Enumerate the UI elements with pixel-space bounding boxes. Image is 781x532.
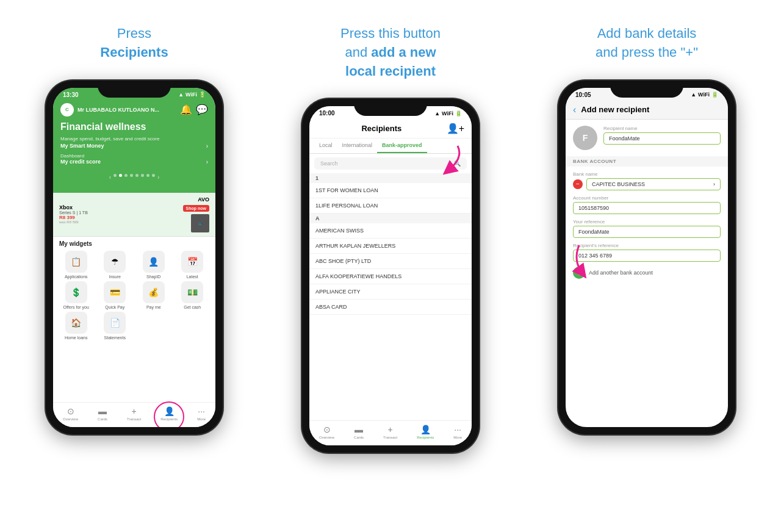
phone-3-screen: 10:05 ▲ WiFi 🔋 ‹ Add new recipient: [566, 88, 728, 427]
bank-select[interactable]: CAPITEC BUSINESS ›: [586, 178, 721, 190]
phone-2-screen: 10:00 ▲ WiFi 🔋 Recipients 👤+ Local Inter…: [309, 106, 472, 445]
tab-international[interactable]: International: [337, 138, 378, 153]
widget-getcash[interactable]: 💵 Get cash: [175, 281, 211, 309]
list-item[interactable]: 1LIFE PERSONAL LOAN: [309, 198, 472, 214]
nav-recipients-2[interactable]: 👤 Recipients: [417, 425, 434, 439]
nav-more-2[interactable]: ··· More: [453, 425, 462, 439]
account-number-field[interactable]: 1051587590: [573, 202, 721, 214]
nav-cards-2[interactable]: ▬ Cards: [354, 425, 364, 439]
screen3-header: ‹ Add new recipient: [566, 101, 728, 120]
list-item[interactable]: APPLIANCE CITY: [309, 284, 472, 300]
capitec-logo: C: [60, 103, 74, 117]
widget-quickpay[interactable]: 💳 Quick Pay: [97, 281, 134, 309]
phone-3: 10:05 ▲ WiFi 🔋 ‹ Add new recipient: [558, 81, 735, 434]
bottom-nav-1: ⊙ Overview ▬ Cards + Transact 👤 Reci: [53, 402, 215, 427]
your-reference-field[interactable]: FoondaMate: [573, 226, 721, 238]
header-icons: 🔔 💬: [180, 104, 208, 115]
bottom-nav-2: ⊙ Overview ▬ Cards + Transact 👤 Recipien…: [309, 420, 472, 445]
step-3: Add bank details and press the "+" 10:05…: [537, 24, 757, 453]
widget-shapid[interactable]: 👤 ShapID: [135, 251, 172, 279]
step-2: Press this button and add a new local re…: [281, 24, 500, 453]
avatar-row: F Recipient name FoondaMate: [573, 126, 721, 150]
widget-insure[interactable]: ☂ Insure: [97, 251, 134, 279]
phone-2: 10:00 ▲ WiFi 🔋 Recipients 👤+ Local Inter…: [302, 99, 479, 453]
remove-bank-button[interactable]: −: [573, 179, 583, 189]
nav-recipients-1[interactable]: 👤 Recipients: [160, 406, 178, 421]
arrow-annotation: [430, 140, 467, 179]
list-item[interactable]: ABC SHOE (PTY) LTD: [309, 254, 472, 269]
nav-more-1[interactable]: ··· More: [197, 406, 206, 421]
widget-offers[interactable]: 💲 Offers for you: [58, 281, 95, 309]
ad-image: 📺: [191, 214, 209, 232]
ad-banner: Xbox Series S | 1 TB R8 399 was R8 599 A…: [53, 193, 215, 237]
bank-row: − CAPITEC BUSINESS ›: [573, 178, 721, 190]
arrow-right-icon-2: ›: [206, 159, 208, 165]
chat-icon[interactable]: 💬: [196, 104, 208, 115]
status-icons-1: ▲ WiFi 🔋: [178, 92, 206, 98]
tab-bank-approved[interactable]: Bank-approved: [377, 138, 427, 153]
dot-prev: ‹: [109, 174, 111, 181]
step-1: Press Recipients 13:30 ▲ WiFi 🔋 C: [24, 24, 244, 453]
bell-icon[interactable]: 🔔: [180, 104, 192, 115]
widget-statements[interactable]: 📄 Statements: [97, 312, 134, 340]
screen3-body: F Recipient name FoondaMate BANK ACCOUNT…: [566, 120, 728, 285]
widget-latest[interactable]: 📅 Latest: [175, 251, 211, 279]
plus-arrow-annotation: [567, 242, 603, 279]
widget-homeloans[interactable]: 🏠 Home loans: [58, 312, 95, 340]
phone-1-screen: 13:30 ▲ WiFi 🔋 C Mr LUBABALO KUTLOANO N.…: [53, 88, 215, 427]
widgets-label: My widgets: [53, 237, 215, 251]
nav-overview-1[interactable]: ⊙ Overview: [63, 406, 78, 421]
back-button[interactable]: ‹: [573, 104, 576, 115]
bank-section-divider: BANK ACCOUNT: [566, 156, 728, 167]
tab-local[interactable]: Local: [314, 138, 337, 153]
step1-title: Press Recipients: [100, 24, 168, 62]
screen1-header: C Mr LUBABALO KUTLOANO N... 🔔 💬 Financia…: [53, 101, 215, 193]
nav-overview-2[interactable]: ⊙ Overview: [319, 425, 334, 439]
phone-1: 13:30 ▲ WiFi 🔋 C Mr LUBABALO KUTLOANO N.…: [46, 81, 223, 434]
nav-transact-2[interactable]: + Transact: [383, 425, 397, 439]
chevron-right-icon: ›: [713, 181, 715, 187]
dots-row: ‹ ›: [60, 170, 208, 184]
screen2-header: Recipients 👤+: [309, 119, 472, 138]
recipient-name-field[interactable]: FoondaMate: [603, 132, 721, 145]
dot-next: ›: [157, 174, 159, 181]
widget-applications[interactable]: 📋 Applications: [58, 251, 95, 279]
arrow-right-icon: ›: [206, 143, 208, 149]
steps-container: Press Recipients 13:30 ▲ WiFi 🔋 C: [12, 24, 769, 453]
widgets-grid: 📋 Applications ☂ Insure 👤 ShapID 📅 Lates…: [53, 251, 215, 343]
list-item[interactable]: 1ST FOR WOMEN LOAN: [309, 183, 472, 198]
nav-transact-1[interactable]: + Transact: [127, 406, 141, 421]
add-recipient-icon[interactable]: 👤+: [447, 123, 464, 134]
step2-title: Press this button and add a new local re…: [340, 24, 441, 81]
avatar: F: [573, 126, 597, 150]
list-item[interactable]: ALFA KOOPERATIEWE HANDELS: [309, 269, 472, 284]
status-bar-2: 10:00 ▲ WiFi 🔋: [309, 106, 472, 119]
list-item[interactable]: ARTHUR KAPLAN JEWELLERS: [309, 239, 472, 254]
widget-payme[interactable]: 💰 Pay me: [135, 281, 172, 309]
highlight-circle: [154, 401, 184, 427]
step3-title: Add bank details and press the "+": [596, 24, 698, 62]
financial-wellness-title: Financial wellness: [60, 121, 208, 132]
list-item[interactable]: ABSA CARD: [309, 300, 472, 315]
status-bar-1: 13:30 ▲ WiFi 🔋: [53, 88, 215, 101]
recipients-list: 1 1ST FOR WOMEN LOAN 1LIFE PERSONAL LOAN…: [309, 173, 472, 315]
list-item[interactable]: AMERICAN SWISS: [309, 223, 472, 239]
nav-cards-1[interactable]: ▬ Cards: [98, 406, 107, 421]
status-bar-3: 10:05 ▲ WiFi 🔋: [566, 88, 728, 101]
